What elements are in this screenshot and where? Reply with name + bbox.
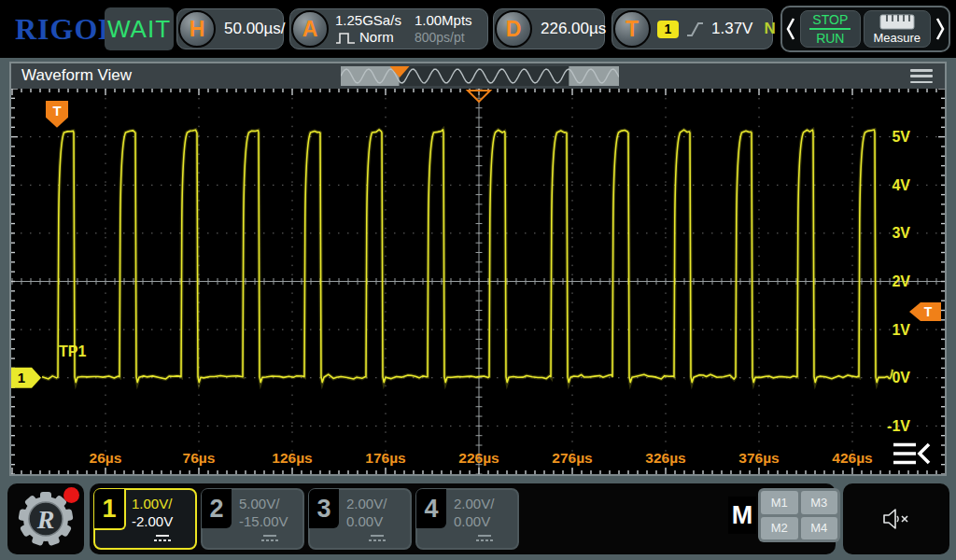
horizontal-knob-icon[interactable]: H <box>178 10 216 48</box>
channel-2-offset: -15.00V <box>239 512 288 530</box>
probe-label: TP1 <box>59 343 86 359</box>
acquisition-settings-button[interactable]: A 1.25GSa/s Norm 1.00Mpts 800ps/pt <box>289 8 488 49</box>
sound-button[interactable] <box>843 483 949 554</box>
center-axes <box>11 89 945 474</box>
sample-rate: 1.25GSa/s <box>335 12 401 29</box>
oscilloscope-screen: RIGOL WAIT H 50.00µs/ A 1.25GSa/s Norm <box>0 0 956 560</box>
svg-text:0V: 0V <box>892 370 910 385</box>
trigger-settings-button[interactable]: T 1 1.37V N <box>612 8 773 49</box>
svg-text:3V: 3V <box>892 225 910 241</box>
trigger-delay-value: 226.00µs <box>541 9 606 49</box>
trigger-level-value: 1.37V <box>711 20 752 38</box>
plot-menu-collapse-icon[interactable] <box>893 441 932 467</box>
svg-text:26µs: 26µs <box>90 450 122 466</box>
channel-3-button[interactable]: 3 2.00V/ 0.00V <box>308 488 412 550</box>
channel-4-button[interactable]: 4 2.00V/ 0.00V <box>415 488 519 550</box>
horizontal-settings-button[interactable]: H 50.00µs/ <box>176 8 284 49</box>
svg-text:276µs: 276µs <box>552 450 592 466</box>
delay-settings-button[interactable]: D 226.00µs <box>493 8 605 49</box>
channel-3-offset: 0.00V <box>346 512 387 530</box>
svg-text:1V: 1V <box>892 322 910 338</box>
svg-text:5V: 5V <box>892 129 910 145</box>
measure-button[interactable]: Measure <box>864 10 931 48</box>
acquisition-status: WAIT <box>105 7 174 50</box>
channel-1-button[interactable]: 1 1.00V/ -2.00V <box>93 488 197 550</box>
svg-text:2V: 2V <box>892 273 910 289</box>
channel-2-number: 2 <box>202 489 232 528</box>
stop-label: STOP <box>812 12 848 27</box>
delay-knob-icon[interactable]: D <box>495 10 532 48</box>
timebase-value: 50.00µs/ <box>224 9 286 49</box>
measure-ruler-icon <box>879 14 915 30</box>
math-label[interactable]: M <box>728 497 756 534</box>
svg-text:4V: 4V <box>892 177 910 193</box>
svg-text:376µs: 376µs <box>738 450 779 466</box>
dc-coupling-icon <box>368 535 387 541</box>
acquire-knob-icon[interactable]: A <box>291 10 329 48</box>
trigger-sweep-flag: N <box>764 20 775 38</box>
channel-4-offset: 0.00V <box>454 512 494 530</box>
waveform-trace <box>42 130 893 383</box>
dc-coupling-icon <box>260 535 279 541</box>
svg-text:76µs: 76µs <box>183 450 216 466</box>
channel-1-scale: 1.00V/ <box>132 495 173 512</box>
waveform-overview-strip[interactable] <box>341 66 619 86</box>
x-axis-labels: 26µs76µs126µs176µs226µs276µs326µs376µs42… <box>90 450 873 466</box>
channel-1-offset: -2.00V <box>132 512 173 530</box>
svg-text:T: T <box>52 103 61 119</box>
svg-text:226µs: 226µs <box>458 450 499 466</box>
svg-text:176µs: 176µs <box>365 450 405 466</box>
svg-text:T: T <box>924 304 933 319</box>
svg-text:126µs: 126µs <box>272 450 312 466</box>
channel-3-number: 3 <box>309 489 339 528</box>
svg-text:426µs: 426µs <box>832 450 872 466</box>
measure-label: Measure <box>874 31 921 45</box>
memory-depth: 1.00Mpts <box>415 12 472 29</box>
channel-4-number: 4 <box>416 489 446 528</box>
window-title: Waveform View <box>21 66 132 85</box>
math-button-m2[interactable]: M2 <box>761 517 798 540</box>
trigger-position-marker <box>468 91 490 102</box>
channel-1-ground-marker: 1 <box>11 368 41 388</box>
run-label: RUN <box>816 31 844 46</box>
math-button-m1[interactable]: M1 <box>761 491 798 514</box>
top-status-bar: RIGOL WAIT H 50.00µs/ A 1.25GSa/s Norm <box>0 0 956 58</box>
chevron-left-icon[interactable] <box>784 15 797 43</box>
quick-controls-group: STOP RUN Measure <box>780 6 950 52</box>
trigger-source-badge: 1 <box>657 21 679 38</box>
svg-text:R: R <box>36 505 55 534</box>
stop-run-button[interactable]: STOP RUN <box>800 10 861 48</box>
waveform-chart: 5V4V3V2V1V0V-1V26µs76µs126µs176µs226µs27… <box>11 89 945 474</box>
svg-text:-1V: -1V <box>887 418 910 434</box>
pulse-shape-icon <box>335 31 356 45</box>
rigol-logo-button[interactable]: R <box>7 483 84 554</box>
channel-2-scale: 5.00V/ <box>239 495 288 512</box>
trigger-knob-icon[interactable]: T <box>613 10 651 48</box>
math-button-m3[interactable]: M3 <box>801 491 838 514</box>
rigol-logo: RIGOL <box>15 12 120 47</box>
dc-coupling-icon <box>153 535 172 541</box>
math-group: M M1 M3 M2 M4 <box>728 488 840 542</box>
time-per-point: 800ps/pt <box>415 29 472 46</box>
channel-status-bar: 1 1.00V/ -2.00V 2 5.00V/ -15.00V 3 2.00V… <box>90 483 836 554</box>
trigger-level-marker: T <box>909 302 941 321</box>
channel-2-button[interactable]: 2 5.00V/ -15.00V <box>201 488 304 550</box>
waveform-plot-area[interactable]: 5V4V3V2V1V0V-1V26µs76µs126µs176µs226µs27… <box>11 89 945 474</box>
acquire-mode: Norm <box>359 29 394 46</box>
dc-coupling-icon <box>475 535 494 541</box>
chevron-right-icon[interactable] <box>934 15 947 43</box>
waveform-view-header: Waveform View <box>11 63 945 89</box>
math-button-m4[interactable]: M4 <box>801 517 838 540</box>
trigger-source-flag-marker: T <box>46 101 68 128</box>
speaker-muted-icon <box>882 508 910 530</box>
channel-1-number: 1 <box>94 489 126 530</box>
waveform-trace-glow <box>42 130 893 383</box>
hamburger-menu-icon[interactable] <box>910 69 933 83</box>
channel-3-scale: 2.00V/ <box>346 495 387 512</box>
svg-text:326µs: 326µs <box>645 450 685 466</box>
waveform-view-window: Waveform View 5V4V3V2V1V0V-1V26µs76µs126… <box>9 62 947 476</box>
notification-dot <box>63 487 79 503</box>
rising-slope-icon <box>686 21 704 38</box>
channel-4-scale: 2.00V/ <box>454 495 494 512</box>
svg-text:1: 1 <box>18 370 25 385</box>
